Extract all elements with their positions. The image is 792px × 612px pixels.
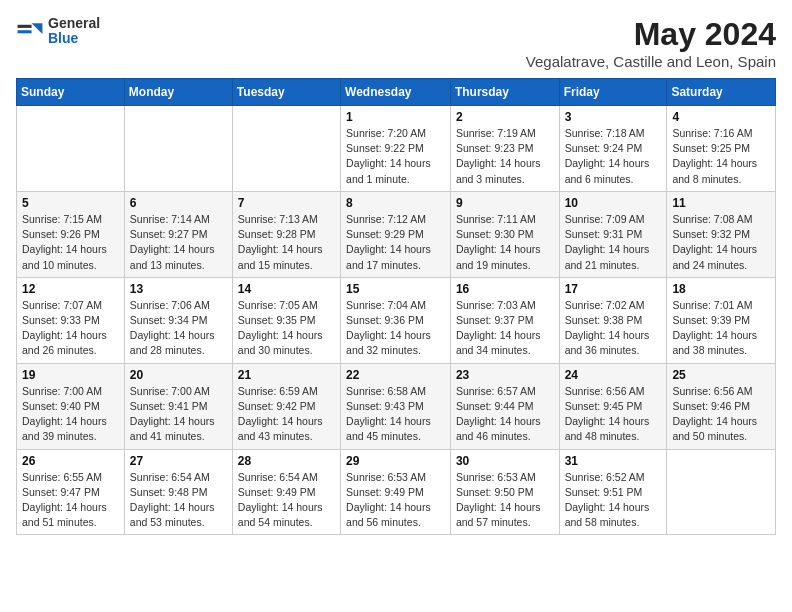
calendar-day-cell: 23Sunrise: 6:57 AM Sunset: 9:44 PM Dayli… [450,363,559,449]
calendar-day-cell [667,449,776,535]
calendar-day-cell: 21Sunrise: 6:59 AM Sunset: 9:42 PM Dayli… [232,363,340,449]
title-block: May 2024 Vegalatrave, Castille and Leon,… [526,16,776,70]
weekday-header: Tuesday [232,79,340,106]
day-number: 7 [238,196,335,210]
logo-blue: Blue [48,31,100,46]
day-number: 25 [672,368,770,382]
day-number: 26 [22,454,119,468]
day-info: Sunrise: 7:13 AM Sunset: 9:28 PM Dayligh… [238,212,335,273]
calendar-week-row: 5Sunrise: 7:15 AM Sunset: 9:26 PM Daylig… [17,191,776,277]
day-info: Sunrise: 7:04 AM Sunset: 9:36 PM Dayligh… [346,298,445,359]
day-number: 11 [672,196,770,210]
day-number: 13 [130,282,227,296]
day-number: 23 [456,368,554,382]
day-number: 17 [565,282,662,296]
day-info: Sunrise: 7:11 AM Sunset: 9:30 PM Dayligh… [456,212,554,273]
day-number: 28 [238,454,335,468]
calendar-day-cell: 4Sunrise: 7:16 AM Sunset: 9:25 PM Daylig… [667,106,776,192]
day-info: Sunrise: 7:16 AM Sunset: 9:25 PM Dayligh… [672,126,770,187]
day-number: 14 [238,282,335,296]
calendar-day-cell: 7Sunrise: 7:13 AM Sunset: 9:28 PM Daylig… [232,191,340,277]
calendar-day-cell: 13Sunrise: 7:06 AM Sunset: 9:34 PM Dayli… [124,277,232,363]
day-info: Sunrise: 7:08 AM Sunset: 9:32 PM Dayligh… [672,212,770,273]
day-number: 29 [346,454,445,468]
calendar-day-cell: 19Sunrise: 7:00 AM Sunset: 9:40 PM Dayli… [17,363,125,449]
calendar-day-cell: 12Sunrise: 7:07 AM Sunset: 9:33 PM Dayli… [17,277,125,363]
calendar-day-cell: 10Sunrise: 7:09 AM Sunset: 9:31 PM Dayli… [559,191,667,277]
calendar-day-cell: 16Sunrise: 7:03 AM Sunset: 9:37 PM Dayli… [450,277,559,363]
weekday-header: Thursday [450,79,559,106]
svg-rect-3 [18,31,32,34]
day-number: 18 [672,282,770,296]
calendar-week-row: 26Sunrise: 6:55 AM Sunset: 9:47 PM Dayli… [17,449,776,535]
day-number: 9 [456,196,554,210]
day-number: 3 [565,110,662,124]
day-info: Sunrise: 6:59 AM Sunset: 9:42 PM Dayligh… [238,384,335,445]
calendar-day-cell: 15Sunrise: 7:04 AM Sunset: 9:36 PM Dayli… [341,277,451,363]
calendar-day-cell: 25Sunrise: 6:56 AM Sunset: 9:46 PM Dayli… [667,363,776,449]
calendar-day-cell: 26Sunrise: 6:55 AM Sunset: 9:47 PM Dayli… [17,449,125,535]
day-info: Sunrise: 7:18 AM Sunset: 9:24 PM Dayligh… [565,126,662,187]
day-info: Sunrise: 6:53 AM Sunset: 9:50 PM Dayligh… [456,470,554,531]
day-number: 15 [346,282,445,296]
day-number: 22 [346,368,445,382]
calendar-day-cell: 22Sunrise: 6:58 AM Sunset: 9:43 PM Dayli… [341,363,451,449]
day-info: Sunrise: 7:02 AM Sunset: 9:38 PM Dayligh… [565,298,662,359]
calendar-day-cell: 11Sunrise: 7:08 AM Sunset: 9:32 PM Dayli… [667,191,776,277]
day-info: Sunrise: 7:00 AM Sunset: 9:40 PM Dayligh… [22,384,119,445]
day-info: Sunrise: 7:05 AM Sunset: 9:35 PM Dayligh… [238,298,335,359]
day-info: Sunrise: 6:56 AM Sunset: 9:46 PM Dayligh… [672,384,770,445]
day-number: 1 [346,110,445,124]
day-number: 24 [565,368,662,382]
weekday-header: Wednesday [341,79,451,106]
day-info: Sunrise: 6:54 AM Sunset: 9:48 PM Dayligh… [130,470,227,531]
day-number: 31 [565,454,662,468]
day-info: Sunrise: 6:53 AM Sunset: 9:49 PM Dayligh… [346,470,445,531]
day-number: 27 [130,454,227,468]
calendar-day-cell: 17Sunrise: 7:02 AM Sunset: 9:38 PM Dayli… [559,277,667,363]
calendar-day-cell: 20Sunrise: 7:00 AM Sunset: 9:41 PM Dayli… [124,363,232,449]
calendar-day-cell: 5Sunrise: 7:15 AM Sunset: 9:26 PM Daylig… [17,191,125,277]
day-number: 5 [22,196,119,210]
calendar-day-cell: 9Sunrise: 7:11 AM Sunset: 9:30 PM Daylig… [450,191,559,277]
day-number: 12 [22,282,119,296]
calendar-day-cell: 8Sunrise: 7:12 AM Sunset: 9:29 PM Daylig… [341,191,451,277]
calendar-day-cell [232,106,340,192]
logo: General Blue [16,16,100,47]
calendar-day-cell: 14Sunrise: 7:05 AM Sunset: 9:35 PM Dayli… [232,277,340,363]
day-info: Sunrise: 6:55 AM Sunset: 9:47 PM Dayligh… [22,470,119,531]
calendar-day-cell: 3Sunrise: 7:18 AM Sunset: 9:24 PM Daylig… [559,106,667,192]
day-info: Sunrise: 6:57 AM Sunset: 9:44 PM Dayligh… [456,384,554,445]
calendar-day-cell [17,106,125,192]
day-info: Sunrise: 7:20 AM Sunset: 9:22 PM Dayligh… [346,126,445,187]
day-info: Sunrise: 6:52 AM Sunset: 9:51 PM Dayligh… [565,470,662,531]
day-info: Sunrise: 7:14 AM Sunset: 9:27 PM Dayligh… [130,212,227,273]
calendar: SundayMondayTuesdayWednesdayThursdayFrid… [16,78,776,535]
weekday-header: Saturday [667,79,776,106]
calendar-day-cell [124,106,232,192]
day-number: 2 [456,110,554,124]
calendar-week-row: 12Sunrise: 7:07 AM Sunset: 9:33 PM Dayli… [17,277,776,363]
day-info: Sunrise: 6:54 AM Sunset: 9:49 PM Dayligh… [238,470,335,531]
day-info: Sunrise: 7:12 AM Sunset: 9:29 PM Dayligh… [346,212,445,273]
day-number: 6 [130,196,227,210]
calendar-day-cell: 31Sunrise: 6:52 AM Sunset: 9:51 PM Dayli… [559,449,667,535]
calendar-body: 1Sunrise: 7:20 AM Sunset: 9:22 PM Daylig… [17,106,776,535]
calendar-week-row: 19Sunrise: 7:00 AM Sunset: 9:40 PM Dayli… [17,363,776,449]
calendar-header-row: SundayMondayTuesdayWednesdayThursdayFrid… [17,79,776,106]
day-info: Sunrise: 7:01 AM Sunset: 9:39 PM Dayligh… [672,298,770,359]
calendar-day-cell: 24Sunrise: 6:56 AM Sunset: 9:45 PM Dayli… [559,363,667,449]
weekday-header: Friday [559,79,667,106]
day-info: Sunrise: 7:07 AM Sunset: 9:33 PM Dayligh… [22,298,119,359]
month-title: May 2024 [526,16,776,53]
logo-general: General [48,16,100,31]
weekday-header: Monday [124,79,232,106]
day-number: 21 [238,368,335,382]
day-number: 10 [565,196,662,210]
calendar-day-cell: 6Sunrise: 7:14 AM Sunset: 9:27 PM Daylig… [124,191,232,277]
location: Vegalatrave, Castille and Leon, Spain [526,53,776,70]
day-number: 19 [22,368,119,382]
page-header: General Blue May 2024 Vegalatrave, Casti… [16,16,776,70]
logo-icon [16,17,44,45]
day-number: 4 [672,110,770,124]
